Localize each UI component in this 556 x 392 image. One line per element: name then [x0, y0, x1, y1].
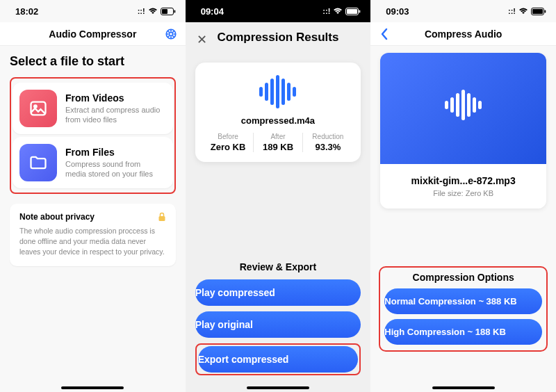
wifi-icon [518, 8, 528, 15]
privacy-title: Note about privacy [19, 212, 95, 222]
stats-row: Before Zero KB After 189 KB Reduction 93… [204, 133, 353, 152]
svg-rect-1 [162, 9, 167, 14]
play-original-button[interactable]: Play original [195, 311, 361, 338]
stat-label: After [258, 133, 299, 140]
screen-3: 09:03 ::! Compress Audio mixkit-gim...e-… [370, 0, 556, 392]
privacy-body: The whole audio compression proccess is … [19, 226, 166, 258]
status-bar: 09:03 ::! [370, 0, 556, 22]
wifi-icon [333, 8, 343, 15]
back-icon[interactable] [380, 28, 389, 40]
status-icons: ::! [508, 7, 546, 15]
waveform-icon [204, 75, 353, 108]
option-subtitle: Extract and compress audio from video fi… [65, 105, 163, 125]
options-highlight: From Videos Extract and compress audio f… [10, 77, 176, 194]
home-indicator[interactable] [61, 386, 124, 389]
options-highlight: Compression Options Normal Compression ~… [379, 266, 548, 352]
export-compressed-button[interactable]: Export compressed [198, 346, 359, 373]
preview-artwork [380, 53, 546, 164]
battery-icon [531, 8, 546, 15]
cellular-icon: ::! [508, 7, 516, 15]
settings-icon[interactable] [165, 28, 177, 40]
stat-value: 93.3% [307, 142, 348, 152]
option-title: From Videos [65, 92, 163, 104]
navbar: Audio Compressor [0, 22, 186, 46]
privacy-card: Note about privacy The whole audio compr… [10, 204, 176, 266]
navbar: Compress Audio [370, 22, 556, 46]
navbar: ✕ Compression Results [186, 22, 371, 50]
lock-icon [158, 212, 166, 222]
stat-after: After 189 KB [253, 133, 303, 152]
status-bar: 09:04 ::! [186, 0, 371, 22]
image-icon [19, 90, 57, 127]
cellular-icon: ::! [138, 7, 145, 15]
stat-before: Before Zero KB [204, 133, 253, 152]
status-icons: ::! [322, 7, 361, 15]
waveform-icon [445, 90, 482, 120]
battery-icon [345, 8, 361, 15]
home-indicator[interactable] [247, 386, 309, 389]
review-section: Review & Export [186, 254, 371, 279]
file-name: mixkit-gim...e-872.mp3 [387, 175, 539, 186]
svg-rect-13 [544, 10, 546, 13]
option-title: From Files [65, 147, 163, 158]
play-compressed-button[interactable]: Play compressed [195, 279, 361, 306]
folder-icon [19, 144, 57, 181]
home-indicator[interactable] [432, 386, 495, 389]
option-subtitle: Compress sound from media stored on your… [65, 159, 163, 179]
high-compression-button[interactable]: High Compression ~ 188 KB [384, 319, 542, 345]
wifi-icon [148, 8, 158, 15]
options-heading: Compression Options [384, 272, 542, 283]
svg-rect-9 [347, 9, 357, 14]
svg-rect-10 [359, 10, 361, 13]
file-name: compressed.m4a [204, 115, 353, 126]
preview-card: mixkit-gim...e-872.mp3 File size: Zero K… [380, 53, 546, 209]
preview-info: mixkit-gim...e-872.mp3 File size: Zero K… [380, 164, 546, 209]
battery-icon [161, 8, 176, 15]
stat-value: Zero KB [208, 142, 249, 152]
nav-title: Compression Results [218, 31, 339, 44]
svg-point-6 [34, 105, 37, 108]
nav-title: Compress Audio [425, 28, 502, 40]
stat-label: Reduction [307, 133, 348, 140]
cellular-icon: ::! [322, 7, 330, 15]
status-time: 09:03 [386, 6, 409, 17]
privacy-header: Note about privacy [19, 212, 166, 222]
option-text: From Videos Extract and compress audio f… [65, 92, 163, 125]
screen-1: 18:02 ::! Audio Compressor Select a file… [0, 0, 186, 392]
result-card: compressed.m4a Before Zero KB After 189 … [195, 63, 361, 162]
normal-compression-button[interactable]: Normal Compression ~ 388 KB [384, 288, 542, 314]
status-time: 18:02 [15, 6, 38, 17]
svg-point-4 [169, 32, 172, 35]
stat-label: Before [208, 133, 249, 140]
review-heading: Review & Export [195, 261, 361, 272]
heading: Select a file to start [10, 54, 176, 69]
option-from-videos[interactable]: From Videos Extract and compress audio f… [13, 83, 173, 134]
main-content: Select a file to start From Videos Extra… [0, 46, 186, 275]
status-icons: ::! [138, 7, 176, 15]
status-time: 09:04 [201, 6, 224, 17]
file-size: File size: Zero KB [387, 189, 539, 197]
nav-title: Audio Compressor [49, 28, 136, 40]
stat-value: 189 KB [258, 142, 299, 152]
stat-reduction: Reduction 93.3% [302, 133, 352, 152]
status-bar: 18:02 ::! [0, 0, 186, 22]
option-text: From Files Compress sound from media sto… [65, 147, 163, 179]
svg-rect-2 [174, 10, 175, 13]
screen-2: 09:04 ::! ✕ Compression Results compress… [186, 0, 371, 392]
option-from-files[interactable]: From Files Compress sound from media sto… [13, 137, 173, 188]
svg-rect-12 [532, 9, 543, 14]
export-highlight: Export compressed [195, 343, 361, 375]
close-icon[interactable]: ✕ [197, 32, 207, 47]
svg-rect-7 [158, 216, 165, 221]
